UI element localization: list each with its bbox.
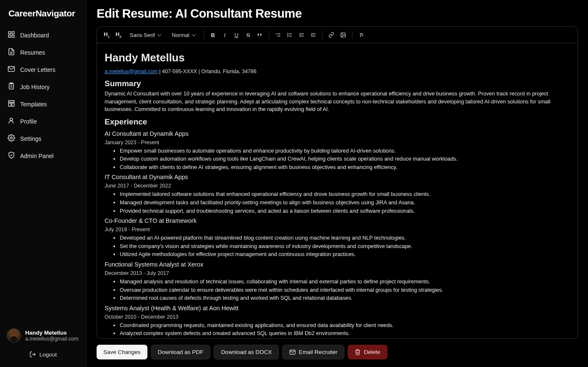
svg-rect-12 (8, 103, 11, 106)
indent-button[interactable] (309, 30, 318, 40)
delete-button[interactable]: Delete (348, 345, 387, 359)
sidebar-item-job-history[interactable]: Job History (3, 79, 83, 95)
download-pdf-button[interactable]: Download as PDF (151, 345, 211, 359)
link-button[interactable] (327, 30, 336, 40)
job-bullet: Managed analysis and resolution of techn… (120, 278, 570, 286)
job-bullet: Determined root causes of defects throug… (120, 294, 570, 302)
size-select[interactable]: Normal (170, 31, 197, 40)
logout-label: Logout (39, 351, 57, 358)
sidebar-item-label: Profile (20, 118, 37, 125)
job-bullet: Developed an AI-powered platform that st… (120, 234, 570, 242)
strike-button[interactable]: S (244, 30, 253, 40)
sidebar-item-label: Job History (20, 84, 50, 90)
clipboard-icon (8, 82, 15, 91)
bullet-list-button[interactable] (285, 30, 294, 40)
job-title: Co-Founder & CTO at Bramework (105, 217, 570, 225)
outdent-button[interactable] (297, 30, 306, 40)
svg-point-25 (288, 36, 288, 37)
job-dates: July 2019 - Present (105, 226, 570, 233)
job-bullets: Empower small businesses to automate ope… (105, 147, 570, 172)
job-title: IT Consultant at Dynamik Apps (105, 173, 570, 182)
experience-heading: Experience (105, 116, 570, 128)
clear-format-button[interactable]: Tx (357, 30, 366, 40)
sidebar-item-admin-panel[interactable]: Admin Panel (3, 148, 83, 164)
job-dates: January 2023 - Present (105, 139, 570, 146)
gear-icon (8, 134, 15, 143)
job-bullet: Collaborate with clients to define AI st… (120, 164, 570, 172)
logout-button[interactable]: Logout (7, 349, 79, 360)
email-recruiter-button[interactable]: Email Recruiter (282, 345, 344, 359)
h2-button[interactable]: H2 (114, 30, 123, 40)
sidebar-item-label: Settings (20, 135, 42, 142)
job-bullet: Analyzed complex system defects and crea… (120, 330, 570, 338)
svg-rect-3 (8, 35, 10, 37)
image-button[interactable] (339, 30, 348, 40)
underline-button[interactable]: U (232, 30, 241, 40)
job-bullet: Implemented tailored software solutions … (120, 190, 570, 198)
job-bullet: Empower small businesses to automate ope… (120, 147, 570, 155)
job-dates: October 2010 - December 2013 (105, 313, 570, 321)
editor-content[interactable]: Handy Metellusa.metellus@gmail.com | 407… (97, 43, 578, 338)
job-bullet: Managed development tasks and facilitate… (120, 199, 570, 207)
job-bullets: Developed an AI-powered platform that st… (105, 234, 570, 259)
job-title: Systems Analyst (Health & Welfare) at Ao… (105, 304, 570, 313)
job-bullets: Coordinated programming requests, mainta… (105, 322, 570, 338)
brand: CareerNavigator (0, 7, 86, 27)
job-bullets: Implemented tailored software solutions … (105, 190, 570, 215)
italic-button[interactable]: I (220, 30, 229, 40)
job-bullet: Provided technical support, and troubles… (120, 207, 570, 215)
svg-rect-11 (8, 100, 14, 102)
font-select[interactable]: Sans Serif (128, 31, 163, 40)
sidebar-nav: DashboardResumesCover LettersJob History… (0, 27, 86, 324)
svg-point-15 (10, 137, 13, 139)
summary-text: Dynamic AI Consultant with over 10 years… (105, 90, 570, 114)
job-title: Functional Systems Analyst at Xerox (105, 260, 570, 269)
job-title: AI Consultant at Dynamik Apps (105, 129, 570, 138)
avatar (7, 328, 21, 343)
job-bullet: Set the company's vision and strategies … (120, 243, 570, 251)
sidebar-item-label: Cover Letters (20, 66, 55, 73)
quote-button[interactable] (255, 30, 265, 40)
user-icon (8, 117, 15, 126)
user-block[interactable]: Handy Metellus a.metellus@gmail.com (7, 328, 79, 343)
download-docx-button[interactable]: Download as DOCX (214, 345, 279, 359)
job-dates: June 2017 - December 2022 (105, 182, 570, 190)
svg-rect-1 (12, 32, 14, 34)
sidebar-item-settings[interactable]: Settings (3, 130, 83, 147)
trash-icon (354, 349, 361, 355)
svg-point-14 (10, 118, 13, 121)
sidebar-item-profile[interactable]: Profile (3, 113, 83, 129)
job-bullets: Managed analysis and resolution of techn… (105, 278, 570, 302)
logout-icon (29, 351, 36, 358)
sidebar-item-resumes[interactable]: Resumes (3, 44, 83, 61)
job-bullet: Coordinated programming requests, mainta… (120, 322, 570, 330)
job-bullet: Develop custom automation workflows usin… (120, 155, 570, 163)
sidebar-footer: Handy Metellus a.metellus@gmail.com Logo… (0, 324, 86, 360)
save-button[interactable]: Save Changes (97, 345, 147, 359)
h1-button[interactable]: H1 (102, 30, 111, 40)
svg-rect-0 (8, 32, 10, 34)
file-icon (8, 48, 15, 57)
svg-rect-2 (12, 35, 14, 37)
resume-name: Handy Metellus (105, 50, 570, 66)
sidebar: CareerNavigator DashboardResumesCover Le… (0, 0, 87, 367)
sidebar-item-dashboard[interactable]: Dashboard (3, 27, 83, 43)
editor-wrap: H1 H2 Sans Serif Normal B I U S Tx Handy… (97, 26, 578, 339)
bold-button[interactable]: B (208, 30, 218, 40)
sidebar-item-templates[interactable]: Templates (3, 96, 83, 112)
job-bullet: Configured reports using PSP tools and p… (120, 338, 570, 338)
user-email: a.metellus@gmail.com (25, 336, 79, 342)
summary-heading: Summary (105, 78, 570, 90)
main: Edit Resume: AI Consultant Resume H1 H2 … (87, 0, 588, 367)
page-title: Edit Resume: AI Consultant Resume (97, 7, 578, 21)
svg-point-33 (342, 34, 343, 34)
job-bullet: Utilized Agile methodologies for effecti… (120, 251, 570, 259)
dashboard-icon (8, 31, 15, 40)
sidebar-item-label: Admin Panel (20, 153, 53, 159)
sidebar-item-cover-letters[interactable]: Cover Letters (3, 61, 83, 78)
resume-email-link[interactable]: a.metellus@gmail.com (105, 69, 158, 74)
svg-point-24 (288, 34, 288, 35)
action-bar: Save Changes Download as PDF Download as… (97, 345, 578, 359)
ordered-list-button[interactable] (273, 30, 283, 40)
mail-icon (8, 65, 15, 74)
